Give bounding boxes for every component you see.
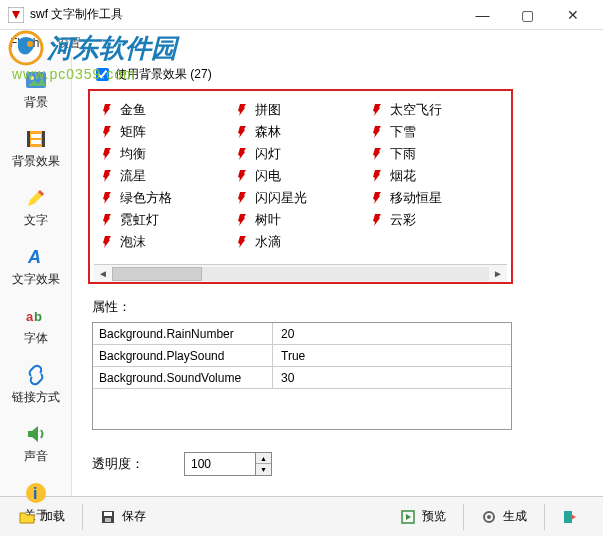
property-row[interactable]: Background.RainNumber 20 bbox=[93, 323, 511, 345]
effect-label: 太空飞行 bbox=[390, 101, 442, 119]
effect-item[interactable]: 金鱼 bbox=[100, 99, 231, 121]
save-icon bbox=[100, 509, 116, 525]
titlebar: swf 文字制作工具 — ▢ ✕ bbox=[0, 0, 603, 30]
property-value[interactable]: 20 bbox=[273, 327, 511, 341]
effect-item[interactable]: 下雪 bbox=[370, 121, 501, 143]
flash-icon bbox=[235, 147, 249, 161]
effect-label: 泡沫 bbox=[120, 233, 146, 251]
close-button[interactable]: ✕ bbox=[550, 0, 595, 30]
svg-rect-8 bbox=[31, 134, 41, 138]
opacity-input[interactable] bbox=[185, 453, 255, 475]
flash-icon bbox=[100, 147, 114, 161]
use-bgeffect-checkbox[interactable] bbox=[96, 68, 109, 81]
separator bbox=[82, 504, 83, 530]
scroll-right-button[interactable]: ► bbox=[489, 268, 507, 279]
effect-item[interactable]: 下雨 bbox=[370, 143, 501, 165]
effect-label: 矩阵 bbox=[120, 123, 146, 141]
save-button[interactable]: 保存 bbox=[91, 503, 155, 530]
opacity-label: 透明度： bbox=[92, 455, 144, 473]
sidebar-label: 文字 bbox=[5, 212, 67, 229]
flash-icon bbox=[100, 169, 114, 183]
effect-label: 下雨 bbox=[390, 145, 416, 163]
scroll-track[interactable] bbox=[112, 267, 489, 281]
sidebar-item-background[interactable]: 背景 bbox=[5, 64, 67, 115]
effect-item[interactable]: 霓虹灯 bbox=[100, 209, 231, 231]
effect-item[interactable]: 太空飞行 bbox=[370, 99, 501, 121]
spin-up-button[interactable]: ▲ bbox=[256, 453, 271, 464]
menu-settings[interactable]: 设置 bbox=[57, 35, 81, 52]
effect-item[interactable]: 绿色方格 bbox=[100, 187, 231, 209]
effect-label: 绿色方格 bbox=[120, 189, 172, 207]
property-key: Background.SoundVolume bbox=[93, 367, 273, 388]
effect-item[interactable]: 云彩 bbox=[370, 209, 501, 231]
property-key: Background.RainNumber bbox=[93, 323, 273, 344]
opacity-spinner[interactable]: ▲ ▼ bbox=[184, 452, 272, 476]
load-label: 加载 bbox=[41, 508, 65, 525]
menu-flash[interactable]: Flash bbox=[10, 36, 39, 50]
sidebar-item-texteffect[interactable]: A 文字效果 bbox=[5, 241, 67, 292]
property-empty bbox=[93, 389, 511, 429]
flash-icon bbox=[100, 103, 114, 117]
effect-item[interactable]: 闪电 bbox=[235, 165, 366, 187]
minimize-button[interactable]: — bbox=[460, 0, 505, 30]
property-value[interactable]: 30 bbox=[273, 371, 511, 385]
sidebar-item-link[interactable]: 链接方式 bbox=[5, 359, 67, 410]
sidebar-item-font[interactable]: ab 字体 bbox=[5, 300, 67, 351]
effect-label: 拼图 bbox=[255, 101, 281, 119]
image-icon bbox=[24, 68, 48, 92]
property-row[interactable]: Background.SoundVolume 30 bbox=[93, 367, 511, 389]
effect-label: 金鱼 bbox=[120, 101, 146, 119]
effect-label: 移动恒星 bbox=[390, 189, 442, 207]
scroll-left-button[interactable]: ◄ bbox=[94, 268, 112, 279]
flash-icon bbox=[370, 125, 384, 139]
horizontal-scrollbar[interactable]: ◄ ► bbox=[94, 264, 507, 282]
flash-icon bbox=[370, 169, 384, 183]
sidebar-item-text[interactable]: 文字 bbox=[5, 182, 67, 233]
effect-item[interactable]: 水滴 bbox=[235, 231, 366, 253]
flash-icon bbox=[100, 213, 114, 227]
effect-item[interactable]: 闪灯 bbox=[235, 143, 366, 165]
preview-button[interactable]: 预览 bbox=[391, 503, 455, 530]
effect-item[interactable]: 闪闪星光 bbox=[235, 187, 366, 209]
effect-label: 森林 bbox=[255, 123, 281, 141]
scroll-thumb[interactable] bbox=[112, 267, 202, 281]
effect-item[interactable]: 泡沫 bbox=[100, 231, 231, 253]
property-row[interactable]: Background.PlaySound True bbox=[93, 345, 511, 367]
svg-text:i: i bbox=[33, 485, 37, 502]
window-title: swf 文字制作工具 bbox=[30, 6, 460, 23]
effect-item[interactable]: 均衡 bbox=[100, 143, 231, 165]
flash-icon bbox=[100, 125, 114, 139]
effect-item[interactable]: 拼图 bbox=[235, 99, 366, 121]
maximize-button[interactable]: ▢ bbox=[505, 0, 550, 30]
effect-item[interactable]: 烟花 bbox=[370, 165, 501, 187]
film-icon bbox=[24, 127, 48, 151]
sidebar-item-sound[interactable]: 声音 bbox=[5, 418, 67, 469]
svg-rect-37 bbox=[105, 518, 111, 522]
effect-label: 树叶 bbox=[255, 211, 281, 229]
flash-icon bbox=[235, 213, 249, 227]
effect-item[interactable]: 森林 bbox=[235, 121, 366, 143]
opacity-row: 透明度： ▲ ▼ bbox=[92, 452, 589, 476]
use-bgeffect-row: 使用背景效果 (27) bbox=[86, 66, 589, 83]
exit-button[interactable] bbox=[553, 504, 593, 530]
sidebar-label: 链接方式 bbox=[5, 389, 67, 406]
generate-button[interactable]: 生成 bbox=[472, 503, 536, 530]
content-panel: 使用背景效果 (27) 金鱼拼图太空飞行矩阵森林下雪均衡闪灯下雨流星闪电烟花绿色… bbox=[72, 56, 603, 496]
sidebar-item-bgeffect[interactable]: 背景效果 bbox=[5, 123, 67, 174]
effect-label: 烟花 bbox=[390, 167, 416, 185]
effect-item[interactable]: 移动恒星 bbox=[370, 187, 501, 209]
flash-icon bbox=[235, 103, 249, 117]
flash-icon bbox=[100, 191, 114, 205]
effect-item[interactable] bbox=[370, 231, 501, 253]
effect-item[interactable]: 树叶 bbox=[235, 209, 366, 231]
spin-down-button[interactable]: ▼ bbox=[256, 464, 271, 475]
property-value[interactable]: True bbox=[273, 349, 511, 363]
sidebar-label: 文字效果 bbox=[5, 271, 67, 288]
effect-item[interactable]: 矩阵 bbox=[100, 121, 231, 143]
effect-label: 闪闪星光 bbox=[255, 189, 307, 207]
svg-point-40 bbox=[487, 515, 491, 519]
effect-item[interactable]: 流星 bbox=[100, 165, 231, 187]
properties-heading: 属性： bbox=[92, 298, 589, 316]
load-button[interactable]: 加载 bbox=[10, 503, 74, 530]
footer-toolbar: 加载 保存 预览 生成 bbox=[0, 496, 603, 536]
